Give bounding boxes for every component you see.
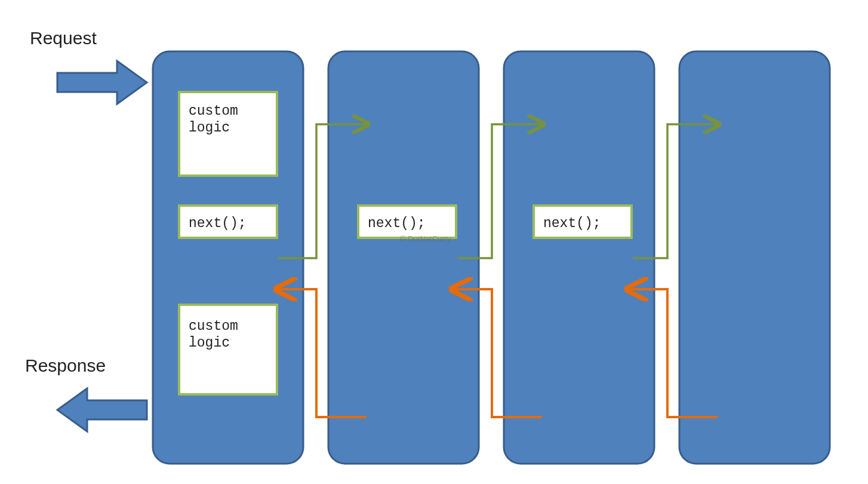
next-box-2: next(); (358, 206, 456, 238)
next-text-1: next(); (189, 216, 247, 231)
next-box-1: next(); (179, 206, 277, 238)
response-arrow (57, 388, 147, 431)
custom-logic-bottom-box: customlogic (179, 305, 277, 394)
middleware-2: next(); (328, 51, 479, 464)
svg-rect-4 (328, 51, 479, 464)
watermark: © DotNetCurry (400, 234, 451, 243)
svg-rect-6 (504, 51, 654, 464)
middleware-4 (679, 51, 830, 464)
request-arrow (57, 61, 147, 104)
custom-logic-top-box: customlogic (179, 92, 277, 176)
svg-rect-8 (679, 51, 830, 464)
next-box-3: next(); (534, 206, 632, 238)
next-text-2: next(); (368, 216, 426, 231)
response-label: Response (25, 356, 106, 375)
middleware-diagram: Request Response customlogic next(); cus… (0, 0, 868, 484)
request-label: Request (30, 28, 97, 48)
middleware-3: next(); (504, 51, 654, 464)
next-text-3: next(); (543, 216, 601, 231)
